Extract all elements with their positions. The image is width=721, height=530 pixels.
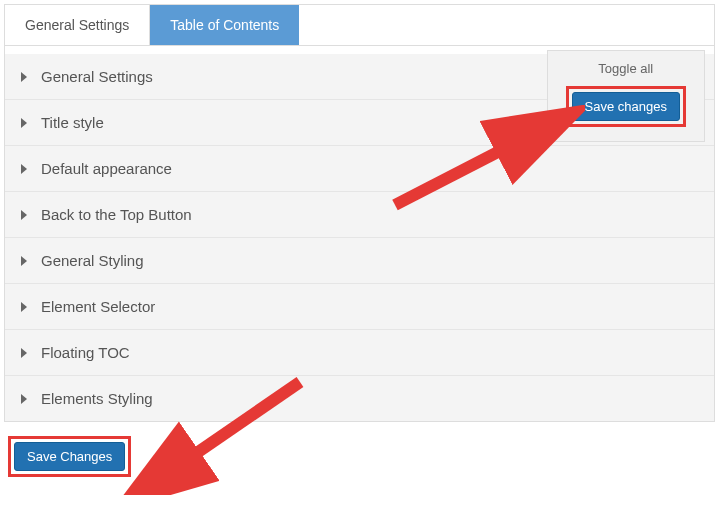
caret-icon xyxy=(21,256,27,266)
tab-table-of-contents[interactable]: Table of Contents xyxy=(150,5,299,45)
section-label: Back to the Top Button xyxy=(41,206,192,223)
section-elements-styling[interactable]: Elements Styling xyxy=(5,375,714,421)
caret-icon xyxy=(21,302,27,312)
section-general-styling[interactable]: General Styling xyxy=(5,237,714,283)
caret-icon xyxy=(21,394,27,404)
caret-icon xyxy=(21,72,27,82)
save-changes-top-button[interactable]: Save changes xyxy=(572,92,680,121)
section-floating-toc[interactable]: Floating TOC xyxy=(5,329,714,375)
caret-icon xyxy=(21,118,27,128)
section-element-selector[interactable]: Element Selector xyxy=(5,283,714,329)
bottom-save-area: Save Changes xyxy=(8,436,713,477)
caret-icon xyxy=(21,210,27,220)
toggle-all-label: Toggle all xyxy=(566,61,686,76)
highlight-box-bottom: Save Changes xyxy=(8,436,131,477)
section-label: Element Selector xyxy=(41,298,155,315)
section-label: Elements Styling xyxy=(41,390,153,407)
highlight-box-top: Save changes xyxy=(566,86,686,127)
section-label: Floating TOC xyxy=(41,344,130,361)
section-label: General Settings xyxy=(41,68,153,85)
tab-general-settings[interactable]: General Settings xyxy=(5,5,150,45)
toggle-all-box: Toggle all Save changes xyxy=(547,50,705,142)
section-label: Default appearance xyxy=(41,160,172,177)
save-changes-bottom-button[interactable]: Save Changes xyxy=(14,442,125,471)
tab-bar: General Settings Table of Contents xyxy=(5,5,714,46)
section-default-appearance[interactable]: Default appearance xyxy=(5,145,714,191)
caret-icon xyxy=(21,164,27,174)
section-label: Title style xyxy=(41,114,104,131)
section-label: General Styling xyxy=(41,252,144,269)
section-back-to-top[interactable]: Back to the Top Button xyxy=(5,191,714,237)
caret-icon xyxy=(21,348,27,358)
